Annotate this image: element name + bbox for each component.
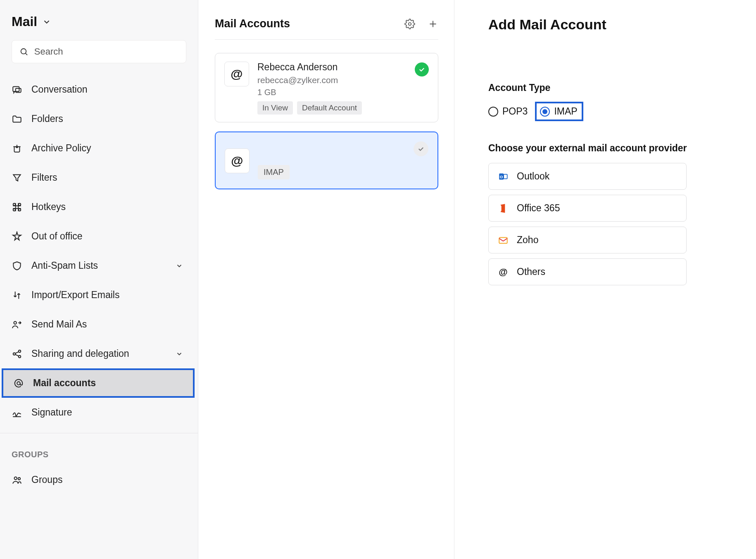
sidebar-item-label: Filters xyxy=(31,172,57,183)
radio-icon xyxy=(540,107,550,117)
share-icon xyxy=(12,349,22,359)
sidebar-item-mail-accounts[interactable]: Mail accounts xyxy=(2,368,195,398)
at-icon xyxy=(13,378,24,389)
at-icon: @ xyxy=(224,62,249,86)
airplane-icon xyxy=(12,231,22,242)
sidebar-item-hotkeys[interactable]: Hotkeys xyxy=(0,192,198,222)
sidebar-item-signature[interactable]: Signature xyxy=(0,398,198,427)
sidebar-item-conversation[interactable]: Conversation xyxy=(0,75,198,104)
search-icon xyxy=(19,47,29,57)
sidebar-item-label: Sharing and delegation xyxy=(31,348,129,359)
sidebar-item-label: Archive Policy xyxy=(31,143,91,154)
mail-accounts-title: Mail Accounts xyxy=(215,17,290,30)
account-type-label: Account Type xyxy=(488,82,731,93)
svg-point-0 xyxy=(21,49,26,54)
provider-label: Outlook xyxy=(517,171,549,182)
signature-icon xyxy=(12,407,22,418)
groups-icon xyxy=(12,475,22,485)
radio-pop3[interactable]: POP3 xyxy=(488,106,528,117)
sidebar-item-anti-spam[interactable]: Anti-Spam Lists xyxy=(0,251,198,280)
chevron-down-icon xyxy=(176,262,183,270)
account-name: Rebecca Anderson xyxy=(257,62,429,73)
protocol-badge: IMAP xyxy=(258,165,290,179)
provider-zoho[interactable]: Zoho xyxy=(488,227,687,253)
settings-nav: Conversation Folders Archive Policy Filt… xyxy=(0,72,198,494)
brand-selector[interactable]: Mail xyxy=(0,14,198,40)
sidebar-item-label: Mail accounts xyxy=(33,377,96,389)
account-card[interactable]: @ Rebecca Anderson rebecca@zylker.com 1 … xyxy=(215,53,438,122)
at-icon: @ xyxy=(498,267,509,277)
account-card-new[interactable]: @ IMAP xyxy=(215,131,438,189)
radio-imap[interactable]: IMAP xyxy=(540,106,577,117)
provider-label: Others xyxy=(517,266,545,277)
sidebar-item-archive-policy[interactable]: Archive Policy xyxy=(0,134,198,163)
account-size: 1 GB xyxy=(257,88,429,97)
radio-label: IMAP xyxy=(554,106,577,117)
shield-icon xyxy=(12,260,22,271)
provider-outlook[interactable]: O Outlook xyxy=(488,163,687,190)
svg-text:O: O xyxy=(500,174,503,179)
hotkeys-icon xyxy=(12,202,22,213)
radio-icon xyxy=(488,107,498,117)
plus-icon[interactable] xyxy=(428,19,438,29)
sidebar-item-sharing[interactable]: Sharing and delegation xyxy=(0,339,198,368)
account-email: rebecca@zylker.com xyxy=(257,75,429,85)
account-tag: In View xyxy=(257,101,293,115)
import-export-icon xyxy=(12,290,22,301)
sidebar-item-label: Out of office xyxy=(31,231,83,242)
sidebar-item-import-export[interactable]: Import/Export Emails xyxy=(0,280,198,310)
add-account-panel: Add Mail Account Account Type POP3 IMAP … xyxy=(454,0,756,559)
sidebar-item-groups[interactable]: Groups xyxy=(0,465,198,494)
svg-point-5 xyxy=(19,203,21,205)
radio-label: POP3 xyxy=(502,106,528,117)
sidebar-item-label: Send Mail As xyxy=(31,319,87,330)
sidebar-item-label: Folders xyxy=(31,113,63,124)
mail-accounts-header: Mail Accounts xyxy=(215,17,438,40)
conversation-icon xyxy=(12,84,22,95)
svg-point-12 xyxy=(17,382,20,385)
brand-title: Mail xyxy=(12,14,37,29)
provider-label: Zoho xyxy=(517,234,538,246)
account-type-radios: POP3 IMAP xyxy=(488,102,731,121)
sidebar-item-label: Groups xyxy=(31,474,62,485)
settings-sidebar: Mail Conversation Folders Archive Policy xyxy=(0,0,198,559)
groups-section-header: GROUPS xyxy=(0,433,198,465)
svg-point-13 xyxy=(14,477,17,480)
sidebar-item-label: Hotkeys xyxy=(31,201,66,213)
mail-accounts-column: Mail Accounts @ Rebecca Anderson rebecca… xyxy=(198,0,454,559)
sidebar-item-label: Conversation xyxy=(31,84,88,95)
sidebar-item-filters[interactable]: Filters xyxy=(0,163,198,192)
gear-icon[interactable] xyxy=(404,19,415,29)
filter-icon xyxy=(12,172,22,183)
chevron-down-icon xyxy=(176,350,183,358)
svg-point-14 xyxy=(18,478,20,480)
outlook-icon: O xyxy=(498,171,509,182)
search-input[interactable] xyxy=(34,46,178,57)
search-input-wrap[interactable] xyxy=(12,40,186,63)
svg-point-6 xyxy=(13,208,15,210)
folder-icon xyxy=(12,114,22,124)
send-as-icon xyxy=(12,319,22,330)
svg-point-15 xyxy=(409,22,411,25)
office365-icon xyxy=(498,203,509,214)
provider-others[interactable]: @ Others xyxy=(488,258,687,285)
svg-point-4 xyxy=(13,203,15,205)
svg-point-8 xyxy=(14,321,17,324)
archive-icon xyxy=(12,143,22,154)
svg-rect-21 xyxy=(499,237,507,243)
zoho-icon xyxy=(498,235,509,246)
svg-line-1 xyxy=(26,53,27,55)
sidebar-item-out-of-office[interactable]: Out of office xyxy=(0,222,198,251)
sidebar-item-send-mail-as[interactable]: Send Mail As xyxy=(0,310,198,339)
svg-point-7 xyxy=(19,208,21,210)
sidebar-item-folders[interactable]: Folders xyxy=(0,104,198,134)
chevron-down-icon xyxy=(42,17,51,26)
sidebar-item-label: Anti-Spam Lists xyxy=(31,260,98,271)
svg-rect-2 xyxy=(13,86,19,91)
account-tag: Default Account xyxy=(297,101,362,115)
provider-office365[interactable]: Office 365 xyxy=(488,195,687,222)
provider-section-label: Choose your external mail account provid… xyxy=(488,143,731,154)
provider-label: Office 365 xyxy=(517,203,560,214)
status-ok-icon xyxy=(415,62,429,76)
radio-imap-highlight: IMAP xyxy=(535,102,583,121)
